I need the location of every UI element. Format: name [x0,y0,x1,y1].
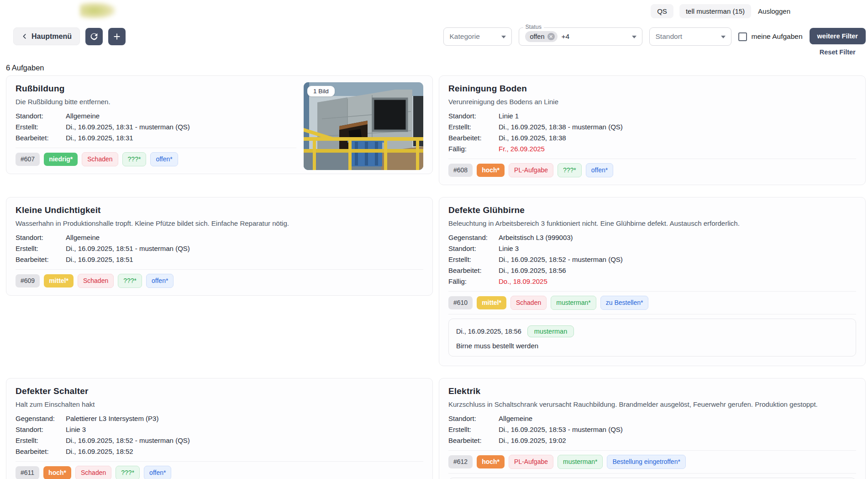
divider [448,291,856,292]
task-card[interactable]: Defekte GlühbirneBeleuchtung in Arbeitsb… [439,197,866,366]
priority-chip: hoch* [477,455,505,468]
kategorie-select[interactable]: Kategorie [443,27,512,46]
meta-label: Bearbeitet: [448,133,499,144]
meta-label: Standort: [16,424,66,435]
status-chip: Bestellung eingetroffen* [607,455,685,469]
meta-label: Bearbeitet: [448,435,499,446]
meta-value: Di., 16.09.2025, 18:38 [499,133,566,144]
status-chip: ???* [116,466,140,479]
status-chip: ???* [122,152,147,166]
chevron-down-icon [721,36,726,38]
meta-row: Fällig:Fr., 26.09.2025 [448,144,856,154]
meta-value: Di., 16.09.2025, 18:52 [66,446,133,457]
task-title: Elektrik [448,386,856,397]
status-filter-chip[interactable]: offen ✕ [525,31,558,42]
meta-label: Gegenstand: [16,413,66,424]
meta-label: Bearbeitet: [16,133,66,144]
meta-value: Do., 18.09.2025 [499,276,547,287]
divider [448,314,856,314]
task-chips: #611hoch*Schaden???*offen* [16,466,423,479]
meta-label: Erstellt: [16,243,66,254]
task-id-chip: #609 [16,274,40,287]
task-photo[interactable]: 1 Bild [304,82,423,170]
meta-value: Allgemeine [66,232,100,243]
meta-label: Standort: [448,243,499,254]
refresh-button[interactable] [85,28,103,45]
meta-label: Gegenstand: [448,232,499,243]
task-card[interactable]: RußbildungDie Rußbildung bitte entfernen… [6,75,433,174]
divider [448,450,856,451]
task-meta: Standort:AllgemeineErstellt:Di., 16.09.2… [16,232,423,265]
meta-label: Bearbeitet: [448,265,499,276]
task-card[interactable]: Defekter SchalterHalt zum Einschalten ha… [6,378,433,479]
meta-value: Linie 1 [499,111,519,122]
meta-row: Bearbeitet:Di., 16.09.2025, 18:51 [16,254,423,265]
my-tasks-checkbox[interactable]: meine Aufgaben [738,27,803,46]
add-task-button[interactable] [108,28,126,45]
checkbox-box[interactable] [738,32,747,41]
more-filters-button[interactable]: weitere Filter [810,28,866,44]
category-chip: Schaden [78,274,114,288]
meta-value: Di., 16.09.2025, 19:02 [499,435,566,446]
task-meta: Gegenstand:Palettierer L3 Intersystem (P… [16,413,423,457]
task-card-body: Reiningung BodenVerunreinigung des Boden… [448,83,856,177]
task-card-main: Kleine UndichtigkeitWasserhahn in Produk… [16,205,423,288]
status-more-count: +4 [562,32,570,41]
meta-row: Standort:Linie 3 [448,243,856,254]
task-card[interactable]: ElektrikKurzschluss in Schaltschrank ver… [439,378,866,479]
meta-value: Di., 16.09.2025, 18:51 [66,254,133,265]
status-select-label: Status [523,24,544,30]
plus-icon [112,32,122,42]
meta-value: Linie 3 [499,243,519,254]
comment-text: Birne muss bestellt werden [456,342,848,350]
task-card-body: Kleine UndichtigkeitWasserhahn in Produk… [16,205,423,288]
task-title: Kleine Undichtigkeit [16,205,423,216]
meta-value: Palettierer L3 Intersystem (P3) [66,413,158,424]
task-title: Defekter Schalter [16,386,423,397]
task-description: Beleuchtung in Arbeitsbereich 3 funktion… [448,218,856,229]
task-chips: #610mittel*Schadenmusterman*zu Bestellen… [448,296,856,310]
logout-button[interactable]: Ausloggen [757,4,791,18]
meta-label: Bearbeitet: [16,446,66,457]
meta-row: Erstellt:Di., 16.09.2025, 18:31 - muster… [16,122,296,133]
task-id-chip: #611 [16,466,39,479]
filters-group: Kategorie Status offen ✕ +4 Standort mei… [443,27,866,56]
meta-row: Erstellt:Di., 16.09.2025, 18:38 - muster… [448,122,856,133]
meta-row: Erstellt:Di., 16.09.2025, 18:53 - muster… [448,424,856,435]
standort-select[interactable]: Standort [649,27,731,46]
task-title: Reiningung Boden [448,83,856,94]
meta-label: Erstellt: [16,435,66,446]
my-tasks-label: meine Aufgaben [752,32,803,41]
task-description: Halt zum Einschalten hakt [16,399,423,410]
qs-badge[interactable]: QS [651,4,673,18]
task-card[interactable]: Reiningung BodenVerunreinigung des Boden… [439,75,866,185]
task-title: Defekte Glühbirne [448,205,856,216]
reset-filter-link[interactable]: Reset Filter [820,48,856,56]
image-count-badge: 1 Bild [307,86,335,96]
kategorie-placeholder: Kategorie [450,32,480,41]
task-id-chip: #612 [448,455,473,468]
status-select[interactable]: Status offen ✕ +4 [519,27,642,46]
meta-row: Erstellt:Di., 16.09.2025, 18:52 - muster… [448,254,856,265]
meta-row: Standort:Allgemeine [16,111,296,122]
meta-label: Standort: [448,413,499,424]
task-description: Wasserhahn in Produktionshalle tropft. K… [16,218,423,229]
user-badge[interactable]: tell musterman (15) [679,4,751,18]
meta-row: Fällig:Do., 18.09.2025 [448,276,856,287]
task-count: 6 Aufgaben [6,64,44,72]
task-card-body: Defekte GlühbirneBeleuchtung in Arbeitsb… [448,205,856,310]
meta-row: Standort:Linie 3 [16,424,423,435]
task-card-main: RußbildungDie Rußbildung bitte entfernen… [16,83,296,166]
task-card[interactable]: Kleine UndichtigkeitWasserhahn in Produk… [6,197,433,296]
meta-row: Bearbeitet:Di., 16.09.2025, 18:56 [448,265,856,276]
meta-row: Bearbeitet:Di., 16.09.2025, 18:52 [16,446,423,457]
main-menu-button[interactable]: Hauptmenü [13,27,80,45]
top-bar-right: QS tell musterman (15) Ausloggen [651,4,791,18]
meta-label: Erstellt: [448,122,499,133]
meta-value: Di., 16.09.2025, 18:52 - musterman (QS) [499,254,623,265]
task-card-main: Defekter SchalterHalt zum Einschalten ha… [16,386,423,479]
status-chip: offen* [150,152,178,166]
task-card-grid: RußbildungDie Rußbildung bitte entfernen… [6,75,866,479]
remove-filter-icon[interactable]: ✕ [547,33,555,40]
divider [16,148,296,148]
